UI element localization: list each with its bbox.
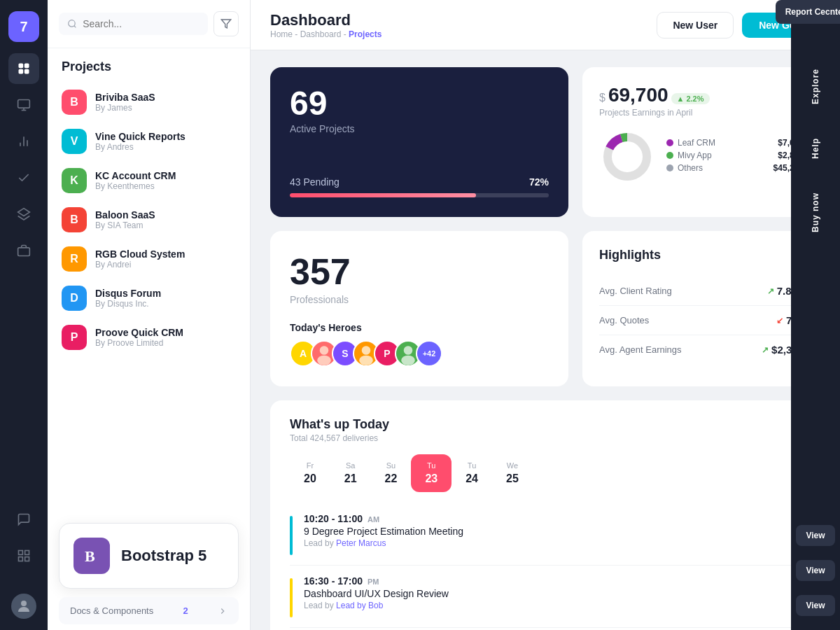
svg-point-27 xyxy=(359,356,373,365)
docs-link[interactable]: Docs & Components 2 xyxy=(59,597,239,624)
highlight-row-rating: Avg. Client Rating ↗ 7.8 10 xyxy=(599,276,804,306)
day-name-25: We xyxy=(507,461,518,470)
page-title: Dashboard xyxy=(270,11,382,29)
view-button-2[interactable]: View xyxy=(796,560,834,581)
event-details-1: 10:20 - 11:00 AM 9 Degree Project Estima… xyxy=(304,513,463,548)
search-icon xyxy=(67,18,77,29)
legend-label-leaf: Leaf CRM xyxy=(666,138,778,148)
day-name-23: Tu xyxy=(427,461,435,470)
event-lead-link-2[interactable]: Lead by Bob xyxy=(336,601,383,610)
project-icon-2: K xyxy=(62,168,87,193)
project-info-1: Vine Quick Reports By Andres xyxy=(95,131,186,152)
new-user-button[interactable]: New User xyxy=(657,12,734,38)
project-item-2[interactable]: K KC Account CRM By Keenthemes xyxy=(48,161,250,200)
project-item-5[interactable]: D Disqus Forum By Disqus Inc. xyxy=(48,279,250,318)
active-projects-count: 69 xyxy=(290,87,549,120)
legend-item-leaf: Leaf CRM $7,660 xyxy=(666,138,804,148)
legend-item-others: Others $45,257 xyxy=(666,163,804,173)
svg-line-18 xyxy=(74,26,76,28)
project-name-2: KC Account CRM xyxy=(95,170,176,181)
legend-dot-others xyxy=(666,164,673,172)
calendar-section: What's up Today Total 424,567 deliveries… xyxy=(270,400,820,630)
svg-rect-4 xyxy=(18,100,30,108)
highlight-row-earnings: Avg. Agent Earnings ↗ $2,309 xyxy=(599,335,804,364)
highlight-row-quotes: Avg. Quotes ↙ 730 xyxy=(599,306,804,335)
project-icon-3: B xyxy=(62,207,87,232)
event-lead-link-1[interactable]: Peter Marcus xyxy=(336,538,386,548)
pending-row: 43 Pending 72% xyxy=(290,176,549,188)
day-name-24: Tu xyxy=(468,461,476,470)
date-20[interactable]: Fr20 xyxy=(290,454,330,492)
breadcrumb-sep1: - xyxy=(295,29,300,39)
date-21[interactable]: Sa21 xyxy=(330,454,371,492)
project-item-0[interactable]: B Briviba SaaS By James xyxy=(48,83,250,122)
event-details-2: 16:30 - 17:00 PM Dashboard UI/UX Design … xyxy=(304,575,449,610)
user-number[interactable]: 7 xyxy=(8,11,39,42)
sidebar-item-dashboard[interactable] xyxy=(8,53,39,84)
view-button-1[interactable]: View xyxy=(796,525,834,546)
breadcrumb: Dashboard Home - Dashboard - Projects xyxy=(270,11,382,39)
svg-point-25 xyxy=(317,356,331,365)
earnings-card: $ 69,700 ▲ 2.2% Projects Earnings in Apr… xyxy=(582,67,820,217)
active-projects-card: 69 Active Projects 43 Pending 72% xyxy=(270,67,568,217)
highlights-card: Highlights Avg. Client Rating ↗ 7.8 10 A… xyxy=(582,231,820,386)
calendar-header: What's up Today Total 424,567 deliveries xyxy=(290,417,801,443)
project-item-3[interactable]: B Baloon SaaS By SIA Team xyxy=(48,200,250,239)
calendar-subtitle: Total 424,567 deliveries xyxy=(290,433,801,443)
sidebar-item-widgets[interactable] xyxy=(8,540,39,571)
sidebar-item-layers[interactable] xyxy=(8,199,39,230)
project-name-6: Proove Quick CRM xyxy=(95,327,183,338)
project-item-1[interactable]: V Vine Quick Reports By Andres xyxy=(48,122,250,161)
legend-item-mivy: Mivy App $2,820 xyxy=(666,150,804,160)
legend-label-others: Others xyxy=(666,163,774,173)
event-indicator-2 xyxy=(290,578,293,617)
project-item-4[interactable]: R RGB Cloud System By Andrei xyxy=(48,239,250,279)
calendar-title: What's up Today xyxy=(290,417,801,432)
docs-count: 2 xyxy=(183,606,188,616)
cards-row-2: 357 Professionals Today's Heroes A S xyxy=(270,231,820,386)
date-25[interactable]: We25 xyxy=(492,454,533,492)
sidebar: 7 xyxy=(0,0,48,630)
earnings-dollar: $ xyxy=(599,92,606,104)
arrow-down-icon: ↙ xyxy=(776,316,783,326)
content-area: 69 Active Projects 43 Pending 72% $ 69,7… xyxy=(251,50,840,630)
highlights-title: Highlights xyxy=(599,248,804,262)
donut-row: Leaf CRM $7,660 Mivy App $2,820 xyxy=(599,129,804,185)
help-label[interactable]: Help xyxy=(808,121,823,176)
bootstrap-card: B Bootstrap 5 xyxy=(59,523,239,589)
search-bar xyxy=(48,0,250,48)
buy-now-label[interactable]: Buy now xyxy=(808,176,823,249)
project-name-4: RGB Cloud System xyxy=(95,248,185,260)
earnings-number: 69,700 xyxy=(608,84,668,106)
event-ampm-1: AM xyxy=(368,515,379,524)
filter-button[interactable] xyxy=(214,11,239,36)
sidebar-item-check[interactable] xyxy=(8,162,39,193)
project-by-4: By Andrei xyxy=(95,260,185,270)
breadcrumb-home: Home xyxy=(270,29,293,39)
project-by-3: By SIA Team xyxy=(95,220,155,230)
legend-dot-mivy xyxy=(666,152,673,159)
event-time-2: 16:30 - 17:00 PM xyxy=(304,575,449,587)
report-center-button[interactable]: Report Cecnter xyxy=(776,0,840,24)
sidebar-item-briefcase[interactable] xyxy=(8,235,39,266)
sidebar-item-chart[interactable] xyxy=(8,126,39,157)
date-23[interactable]: Tu23 xyxy=(411,454,451,492)
sidebar-item-chat[interactable] xyxy=(8,504,39,535)
day-num-21: 21 xyxy=(344,472,357,485)
breadcrumb-nav: Home - Dashboard - Projects xyxy=(270,29,382,39)
date-24[interactable]: Tu24 xyxy=(451,454,492,492)
project-item-6[interactable]: P Proove Quick CRM By Proove Limited xyxy=(48,318,250,357)
search-wrapper[interactable] xyxy=(59,13,208,35)
date-22[interactable]: Su22 xyxy=(371,454,412,492)
project-name-5: Disqus Forum xyxy=(95,288,161,299)
view-button-3[interactable]: View xyxy=(796,595,834,616)
search-input[interactable] xyxy=(83,18,200,29)
main-content: Dashboard Home - Dashboard - Projects Ne… xyxy=(251,0,840,630)
bootstrap-label: Bootstrap 5 xyxy=(121,547,206,565)
user-avatar[interactable] xyxy=(11,594,36,619)
badge-value: 2.2% xyxy=(686,94,704,103)
project-list: B Briviba SaaS By James V Vine Quick Rep… xyxy=(48,80,250,514)
project-icon-4: R xyxy=(62,246,87,272)
sidebar-item-apps[interactable] xyxy=(8,90,39,120)
explore-label[interactable]: Explore xyxy=(808,52,823,121)
